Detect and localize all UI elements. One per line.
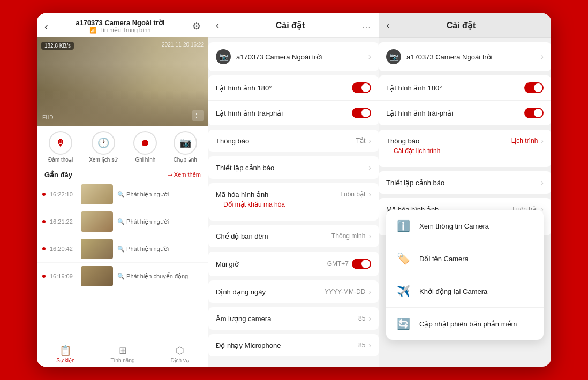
- update-firmware-label: Cập nhật phiên bản phần mềm: [419, 320, 517, 328]
- flip-lr-toggle[interactable]: [352, 108, 371, 118]
- middle-panel: ‹ Cài đặt … 📷 a170373 Camera Ngoài trời …: [208, 13, 379, 367]
- event-description: 🔍 Phát hiện người: [117, 191, 169, 198]
- volume-value: 85: [358, 315, 365, 322]
- restart-camera-label: Khởi động lại Camera: [419, 287, 487, 295]
- timezone-item[interactable]: Múi giờ GMT+7: [208, 252, 379, 276]
- rename-camera-icon: 🏷️: [395, 250, 412, 267]
- right-flip-lr-toggle[interactable]: [524, 108, 544, 118]
- event-item[interactable]: 16:19:09 🔍 Phát hiện chuyển động: [37, 263, 208, 290]
- event-time: 16:19:09: [50, 273, 77, 279]
- right-camera-arrow: ›: [541, 52, 544, 62]
- event-item[interactable]: 16:20:42 🔍 Phát hiện người: [37, 235, 208, 263]
- encryption-value: Luôn bật: [340, 191, 365, 198]
- rename-camera-label: Đổi tên Camera: [419, 255, 469, 263]
- flip-lr-label: Lật hình ảnh trái-phải: [216, 109, 352, 117]
- encryption-sublink[interactable]: Đổi mật khẩu mã hóa: [216, 199, 292, 214]
- record-button[interactable]: ⏺ Ghi hình: [133, 131, 157, 163]
- event-item[interactable]: 16:21:22 🔍 Phát hiện người: [37, 208, 208, 235]
- night-mode-item[interactable]: Chế độ ban đêm Thông minh ›: [208, 225, 379, 247]
- bottom-nav: 📋 Sự kiện ⊞ Tính năng ⬡ Dịch vụ: [37, 340, 208, 367]
- right-alert-section: Thiết lập cảnh báo ›: [379, 171, 551, 194]
- left-panel: ‹ a170373 Camera Ngoài trời 📶 Tín hiệu T…: [37, 13, 208, 367]
- event-thumbnail: [81, 239, 113, 259]
- night-mode-section: Chế độ ban đêm Thông minh ›: [208, 225, 379, 247]
- mic-arrow: ›: [368, 341, 371, 349]
- notifications-label: Thông báo: [216, 137, 356, 145]
- right-back-button[interactable]: ‹: [386, 20, 389, 31]
- right-flip-lr-item[interactable]: Lật hình ảnh trái-phải: [379, 101, 551, 125]
- middle-panel-action[interactable]: …: [361, 20, 371, 31]
- timezone-toggle[interactable]: [352, 259, 371, 269]
- camera-list-item[interactable]: 📷 a170373 Camera Ngoài trời ›: [208, 42, 379, 71]
- flip-180-item[interactable]: Lật hình ảnh 180°: [208, 75, 379, 101]
- alert-arrow: ›: [368, 163, 371, 172]
- date-format-value: YYYY-MM-DD: [325, 288, 365, 295]
- middle-back-button[interactable]: ‹: [216, 20, 219, 31]
- talk-button[interactable]: 🎙 Đàm thoại: [48, 131, 73, 163]
- right-flip-180-item[interactable]: Lật hình ảnh 180°: [379, 75, 551, 101]
- floating-menu: ℹ️ Xem thông tin Camera 🏷️ Đổi tên Camer…: [386, 210, 544, 340]
- feed-controls: ⛶: [192, 110, 204, 121]
- photo-button[interactable]: 📷 Chụp ảnh: [174, 131, 197, 163]
- right-panel-header: ‹ Cài đặt: [379, 13, 551, 38]
- right-flip-180-toggle[interactable]: [524, 82, 544, 93]
- right-camera-item[interactable]: 📷 a170373 Camera Ngoài trời ›: [379, 42, 551, 71]
- update-firmware-item[interactable]: 🔄 Cập nhật phiên bản phần mềm: [386, 308, 544, 340]
- settings-icon[interactable]: ⚙: [192, 20, 201, 32]
- nav-events[interactable]: 📋 Sự kiện: [37, 340, 94, 367]
- rename-camera-item[interactable]: 🏷️ Đổi tên Camera: [386, 242, 544, 275]
- history-button[interactable]: 🕐 Xem lịch sử: [89, 131, 117, 163]
- signal-status: 📶 Tín hiệu Trung bình: [89, 27, 150, 34]
- event-description: 🔍 Phát hiện chuyển động: [117, 273, 188, 280]
- nav-services[interactable]: ⬡ Dịch vụ: [151, 340, 208, 367]
- camera-info-label: Xem thông tin Camera: [419, 222, 489, 230]
- date-format-item[interactable]: Định dạng ngày YYYY-MM-DD ›: [208, 280, 379, 303]
- notifications-value: Tắt: [356, 137, 366, 145]
- services-nav-label: Dịch vụ: [170, 358, 189, 363]
- right-notifications-section: Thông báo Lịch trình › Cài đặt lịch trìn…: [379, 130, 551, 167]
- flip-lr-item[interactable]: Lật hình ảnh trái-phải: [208, 101, 379, 125]
- camera-info-item[interactable]: ℹ️ Xem thông tin Camera: [386, 210, 544, 242]
- mic-value: 85: [358, 341, 365, 349]
- record-label: Ghi hình: [135, 157, 156, 163]
- talk-icon: 🎙: [49, 131, 72, 155]
- middle-panel-header: ‹ Cài đặt …: [208, 13, 379, 38]
- volume-arrow: ›: [368, 314, 371, 323]
- right-panel-title: Cài đặt: [447, 20, 476, 31]
- right-alert-item[interactable]: Thiết lập cảnh báo ›: [379, 171, 551, 194]
- event-time: 16:22:10: [50, 191, 77, 197]
- restart-camera-icon: ✈️: [395, 283, 412, 300]
- volume-item[interactable]: Âm lượng camera 85 ›: [208, 307, 379, 330]
- left-back-button[interactable]: ‹: [44, 20, 48, 33]
- right-notifications-arrow: ›: [541, 136, 544, 145]
- view-more-button[interactable]: ⇒ Xem thêm: [168, 171, 201, 178]
- flip-180-label: Lật hình ảnh 180°: [216, 84, 352, 92]
- feed-fullscreen-button[interactable]: ⛶: [192, 110, 204, 121]
- notifications-item[interactable]: Thông báo Tắt ›: [208, 130, 379, 152]
- right-notifications-value: Lịch trình: [511, 137, 538, 145]
- event-thumbnail: [81, 184, 113, 204]
- event-time: 16:21:22: [50, 218, 77, 225]
- mic-item[interactable]: Độ nhạy Microphone 85 ›: [208, 334, 379, 356]
- right-notifications-sublink[interactable]: Cài đặt lịch trình: [386, 145, 448, 160]
- feed-fhd-label: FHD: [42, 115, 54, 120]
- left-header-center: a170373 Camera Ngoài trời 📶 Tín hiệu Tru…: [76, 19, 164, 34]
- alert-item[interactable]: Thiết lập cảnh báo ›: [208, 156, 379, 179]
- recent-title: Gần đây: [44, 171, 72, 179]
- volume-label: Âm lượng camera: [216, 315, 358, 323]
- event-thumbnail: [81, 211, 113, 232]
- left-header: ‹ a170373 Camera Ngoài trời 📶 Tín hiệu T…: [37, 13, 208, 37]
- encryption-item[interactable]: Mã hóa hình ảnh Luôn bật › Đổi mật khẩu …: [208, 183, 379, 221]
- alert-label: Thiết lập cảnh báo: [216, 164, 368, 172]
- camera-list-arrow: ›: [368, 52, 371, 62]
- encryption-section: Mã hóa hình ảnh Luôn bật › Đổi mật khẩu …: [208, 183, 379, 221]
- restart-camera-item[interactable]: ✈️ Khởi động lại Camera: [386, 275, 544, 308]
- nav-features[interactable]: ⊞ Tính năng: [94, 340, 152, 367]
- flip-180-toggle[interactable]: [352, 82, 371, 93]
- event-thumbnail: [81, 266, 113, 286]
- right-alert-arrow: ›: [541, 178, 544, 187]
- camera-list-icon: 📷: [216, 49, 231, 64]
- event-dot: [42, 275, 46, 278]
- right-notifications-item[interactable]: Thông báo Lịch trình › Cài đặt lịch trìn…: [379, 130, 551, 167]
- event-item[interactable]: 16:22:10 🔍 Phát hiện người: [37, 181, 208, 208]
